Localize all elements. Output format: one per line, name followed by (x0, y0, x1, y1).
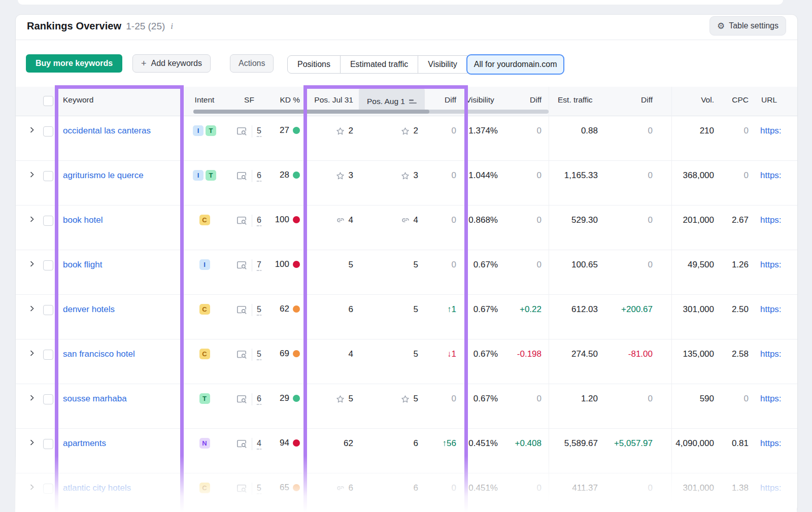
select-all-checkbox[interactable] (43, 96, 53, 106)
sf-count[interactable]: 5 (257, 126, 261, 137)
info-icon[interactable]: i (171, 21, 173, 31)
row-checkbox[interactable] (43, 216, 53, 226)
cpc-value: 1.26 (732, 258, 749, 271)
add-keywords-button[interactable]: + Add keywords (132, 54, 211, 73)
table-settings-button[interactable]: ⚙ Table settings (709, 16, 786, 36)
keyword-link[interactable]: book flight (63, 258, 103, 271)
divider (252, 438, 252, 450)
sf-count[interactable]: 7 (257, 260, 261, 271)
keyword-link[interactable]: agriturismo le querce (63, 169, 144, 182)
sf-count[interactable]: 6 (257, 394, 261, 405)
horizontal-scrollbar-track[interactable] (193, 110, 549, 114)
expand-row-button[interactable] (28, 394, 36, 402)
expand-row-button[interactable] (28, 215, 36, 223)
row-checkbox[interactable] (43, 484, 53, 494)
url-link[interactable]: https: (760, 258, 782, 271)
kd-value: 65 (280, 483, 289, 493)
position-value: 5 (414, 303, 418, 316)
url-link[interactable]: https: (760, 348, 782, 361)
column-header-visibility[interactable]: Visibility (466, 95, 494, 105)
keyword-link[interactable]: atlantic city hotels (63, 482, 131, 495)
url-link[interactable]: https: (760, 482, 782, 495)
url-link[interactable]: https: (760, 214, 782, 227)
column-header-kd[interactable]: KD % (280, 95, 300, 105)
position-value: 5 (349, 258, 353, 271)
expand-row-button[interactable] (28, 126, 36, 134)
url-link[interactable]: https: (760, 392, 782, 405)
expand-row-button[interactable] (28, 170, 36, 179)
expand-row-button[interactable] (28, 438, 36, 447)
cpc-value: 1.38 (732, 482, 749, 495)
visibility-diff: +0.22 (520, 303, 542, 316)
keyword-link[interactable]: apartments (63, 437, 106, 450)
intent-badge-i: I (193, 125, 204, 136)
table-row: occidental las canterasIT5272201.374%00.… (16, 116, 797, 161)
url-link[interactable]: https: (760, 124, 782, 138)
serp-features-icon (236, 305, 247, 315)
expand-row-button[interactable] (28, 483, 36, 491)
tab-estimated-traffic[interactable]: Estimated traffic (340, 55, 418, 74)
keyword-link[interactable]: denver hotels (63, 303, 115, 316)
row-checkbox[interactable] (43, 126, 53, 136)
column-header-sf[interactable]: SF (236, 95, 262, 105)
position-number: 5 (349, 258, 353, 271)
position-value: 4 (349, 348, 353, 361)
tab-all-for-yourdomain-com[interactable]: All for yourdomain.com (466, 54, 565, 75)
column-header-keyword[interactable]: Keyword (63, 95, 93, 105)
row-checkbox[interactable] (43, 305, 53, 315)
table-row: san francisco hotelC56945↓10.67%-0.19827… (16, 339, 797, 384)
column-header-pos-jul-31[interactable]: Pos. Jul 31 (314, 95, 353, 105)
est-traffic-diff: +5,057.97 (614, 437, 653, 450)
column-header-intent[interactable]: Intent (189, 95, 220, 105)
position-value: 4 (336, 214, 353, 227)
expand-row-button[interactable] (28, 349, 36, 357)
position-diff: 0 (452, 258, 456, 271)
sf-count[interactable]: 5 (257, 349, 261, 360)
url-link[interactable]: https: (760, 169, 782, 182)
visibility-value: 0.451% (468, 482, 498, 495)
row-checkbox[interactable] (43, 394, 53, 404)
sf-count[interactable]: 5 (257, 483, 261, 494)
keyword-link[interactable]: sousse marhaba (63, 392, 127, 405)
row-checkbox[interactable] (43, 171, 53, 181)
page-title: Rankings Overview (27, 20, 121, 32)
actions-button[interactable]: Actions (230, 54, 274, 73)
keyword-link[interactable]: san francisco hotel (63, 348, 135, 361)
column-header-url[interactable]: URL (761, 95, 777, 105)
column-header-volume[interactable]: Vol. (701, 95, 714, 105)
expand-row-button[interactable] (28, 260, 36, 268)
column-header-diff-position[interactable]: Diff (445, 95, 456, 105)
tab-positions[interactable]: Positions (287, 55, 341, 74)
sf-count[interactable]: 6 (257, 215, 261, 226)
visibility-value: 0.67% (473, 392, 498, 405)
position-number: 6 (349, 303, 353, 316)
horizontal-scrollbar-thumb[interactable] (193, 110, 429, 114)
column-header-cpc[interactable]: CPC (732, 95, 749, 105)
sf-count[interactable]: 6 (257, 170, 261, 182)
tab-visibility[interactable]: Visibility (418, 55, 467, 74)
row-checkbox[interactable] (43, 439, 53, 449)
kd-green-dot (293, 395, 300, 402)
url-link[interactable]: https: (760, 437, 782, 450)
row-checkbox[interactable] (43, 260, 53, 270)
position-number: 3 (414, 169, 418, 182)
expand-row-button[interactable] (28, 304, 36, 313)
est-traffic-diff: 0 (648, 482, 653, 495)
sf-count[interactable]: 4 (257, 438, 261, 450)
link-icon (336, 484, 345, 493)
kd-value: 29 (280, 393, 289, 403)
column-header-diff-traffic[interactable]: Diff (641, 95, 653, 105)
column-header-diff-visibility[interactable]: Diff (530, 95, 542, 105)
intent-badge-n: N (199, 438, 210, 449)
keyword-link[interactable]: book hotel (63, 214, 103, 227)
url-link[interactable]: https: (760, 303, 782, 316)
column-header-est-traffic[interactable]: Est. traffic (558, 95, 593, 105)
serp-features-icon (236, 171, 247, 181)
keyword-link[interactable]: occidental las canteras (63, 124, 151, 138)
buy-more-keywords-button[interactable]: Buy more keywords (26, 54, 122, 73)
position-number: 4 (349, 348, 353, 361)
row-checkbox[interactable] (43, 350, 53, 360)
sf-count[interactable]: 5 (257, 304, 261, 316)
table-header: Keyword Intent SF KD % Pos. Jul 31 Pos. … (16, 87, 797, 116)
est-traffic-diff: 0 (648, 124, 653, 138)
